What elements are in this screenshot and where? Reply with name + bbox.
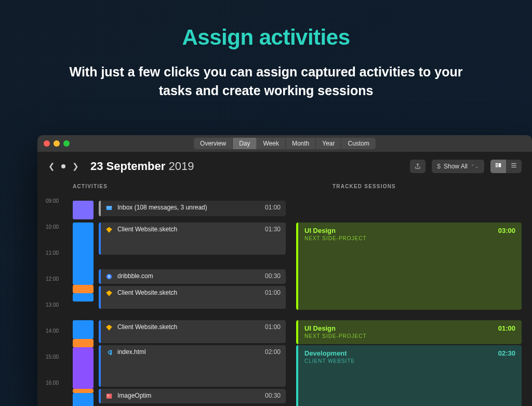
strip-block[interactable]	[73, 389, 94, 393]
layout-list-button[interactable]	[506, 160, 522, 173]
activity-item[interactable]: Client Website.sketch01:30	[99, 222, 286, 255]
sub-toolbar: ❮ ❯ 23 September 2019 $ Show All ⌃⌄	[37, 152, 532, 181]
activity-duration: 02:00	[265, 348, 281, 356]
segment-year[interactable]: Year	[316, 138, 341, 149]
svg-marker-8	[106, 227, 112, 233]
session-item[interactable]: UI DesignNEXT SIDE-PROJECT01:00	[296, 320, 522, 344]
activity-label: Client Website.sketch	[117, 289, 261, 296]
session-project: NEXT SIDE-PROJECT	[304, 235, 515, 241]
filter-show-all-button[interactable]: $ Show All ⌃⌄	[432, 160, 484, 173]
current-date: 23 September 2019	[90, 160, 194, 173]
activity-duration: 01:30	[265, 226, 281, 233]
segment-month[interactable]: Month	[286, 138, 316, 149]
session-title: UI Design	[304, 227, 515, 234]
activity-item[interactable]: ImageOptim00:30	[99, 389, 286, 403]
strip-block[interactable]	[73, 285, 94, 293]
activity-label: ImageOptim	[117, 392, 261, 399]
svg-rect-14	[107, 394, 112, 398]
session-title: Development	[304, 349, 515, 357]
session-item[interactable]: UI DesignNEXT SIDE-PROJECT03:00	[296, 222, 522, 310]
activity-item[interactable]: dribbble.com00:30	[99, 269, 286, 284]
session-item[interactable]: DevelopmentCLIENT WEBSITE02:30	[296, 345, 522, 406]
activity-label: Inbox (108 messages, 3 unread)	[117, 204, 261, 211]
time-tick: 13:00	[46, 302, 59, 308]
svg-rect-6	[511, 167, 516, 167]
session-duration: 03:00	[498, 227, 515, 234]
svg-rect-4	[511, 163, 516, 164]
activity-duration: 00:30	[265, 272, 281, 280]
activity-item[interactable]: Client Website.sketch01:00	[99, 286, 286, 309]
segment-custom[interactable]: Custom	[342, 138, 376, 149]
sketch-icon	[105, 323, 113, 332]
share-button[interactable]	[410, 160, 425, 173]
activity-duration: 01:00	[265, 204, 281, 211]
date-main: 23 September	[90, 160, 165, 173]
filter-label: Show All	[444, 163, 468, 170]
svg-point-11	[109, 276, 110, 278]
time-tick: 12:00	[46, 276, 59, 282]
activities-column-header: ACTIVITIES	[73, 184, 332, 189]
strip-block[interactable]	[73, 339, 94, 347]
svg-marker-13	[106, 325, 112, 331]
time-tick: 16:00	[46, 380, 59, 386]
activity-duration: 00:30	[265, 392, 281, 399]
vscode-icon	[105, 348, 113, 357]
session-project: NEXT SIDE-PROJECT	[304, 333, 515, 339]
layout-columns-button[interactable]	[490, 160, 506, 173]
activity-duration: 01:00	[265, 289, 281, 296]
layout-toggle	[490, 160, 522, 173]
today-button[interactable]	[61, 164, 65, 168]
activity-item[interactable]: Client Website.sketch01:00	[99, 320, 286, 343]
mail-icon	[105, 204, 113, 212]
strip-block[interactable]	[73, 201, 94, 219]
hero-subtitle: With just a few clicks you can assign ca…	[69, 62, 463, 100]
activity-item[interactable]: Inbox (108 messages, 3 unread)01:00	[99, 201, 286, 216]
next-day-button[interactable]: ❯	[72, 162, 79, 171]
time-tick: 11:00	[46, 250, 59, 256]
svg-rect-0	[496, 163, 498, 164]
activity-label: index.html	[117, 348, 261, 356]
image-icon	[105, 392, 113, 400]
strip-block[interactable]	[73, 393, 94, 406]
activities-column: Inbox (108 messages, 3 unread)01:00Clien…	[99, 191, 296, 406]
sketch-icon	[105, 289, 113, 297]
date-year: 2019	[168, 160, 194, 173]
prev-day-button[interactable]: ❮	[48, 162, 55, 171]
sessions-column: UI DesignNEXT SIDE-PROJECT03:00UI Design…	[296, 191, 522, 406]
close-icon[interactable]	[44, 140, 50, 147]
session-duration: 01:00	[498, 324, 515, 332]
hero-title: Assign activities	[0, 25, 532, 50]
activity-label: Client Website.sketch	[117, 226, 261, 233]
sessions-column-header: TRACKED SESSIONS	[332, 184, 396, 189]
svg-rect-5	[511, 165, 516, 165]
activity-item[interactable]: index.html02:00	[99, 345, 286, 387]
list-icon	[510, 162, 517, 171]
activity-duration: 01:00	[265, 323, 281, 331]
svg-rect-7	[107, 206, 112, 210]
activity-label: Client Website.sketch	[117, 323, 261, 331]
strip-block[interactable]	[73, 222, 94, 285]
segment-overview[interactable]: Overview	[194, 138, 233, 149]
svg-rect-3	[499, 163, 501, 167]
time-axis: 09:0010:0011:0012:0013:0014:0015:0016:00…	[37, 191, 68, 406]
share-icon	[414, 163, 421, 170]
column-headers: ACTIVITIES TRACKED SESSIONS	[37, 181, 532, 191]
svg-marker-12	[106, 291, 112, 296]
fullscreen-icon[interactable]	[63, 140, 70, 147]
session-title: UI Design	[304, 324, 515, 332]
strip-block[interactable]	[73, 347, 94, 389]
time-tick: 10:00	[46, 224, 59, 230]
strip-block[interactable]	[73, 293, 94, 302]
activity-label: dribbble.com	[117, 272, 261, 280]
time-tick: 09:00	[46, 198, 59, 204]
minimize-icon[interactable]	[54, 140, 60, 147]
segment-week[interactable]: Week	[257, 138, 285, 149]
currency-icon: $	[437, 163, 441, 170]
segment-day[interactable]: Day	[233, 138, 257, 149]
content: 09:0010:0011:0012:0013:0014:0015:0016:00…	[37, 191, 532, 406]
chevron-updown-icon: ⌃⌄	[471, 164, 479, 169]
chrome-icon	[105, 272, 113, 281]
sketch-icon	[105, 226, 113, 234]
time-tick: 14:00	[46, 328, 59, 334]
strip-block[interactable]	[73, 320, 94, 339]
